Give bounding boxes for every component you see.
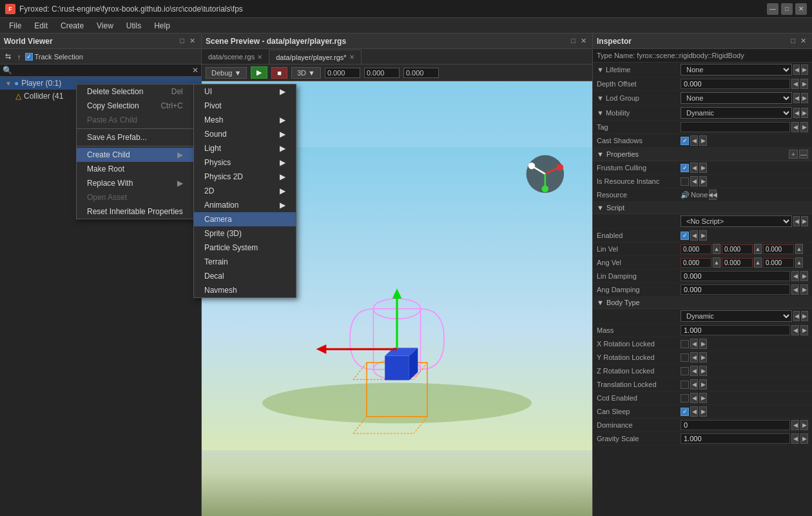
inspector-xrl-arrow2[interactable]: ▶ xyxy=(699,339,707,349)
inspector-zrl-arrow2[interactable]: ▶ xyxy=(699,366,707,376)
inspector-mass-input[interactable] xyxy=(681,325,790,335)
search-clear-icon[interactable]: ✕ xyxy=(192,66,198,75)
inspector-fc-arrow[interactable]: ◀ xyxy=(690,163,698,173)
inspector-dominance-input[interactable] xyxy=(681,420,790,430)
inspector-lifetime-select[interactable]: None xyxy=(681,64,792,75)
submenu-sound[interactable]: Sound ▶ xyxy=(194,127,296,141)
menu-view[interactable]: View xyxy=(90,20,120,32)
inspector-can-sleep-checkbox[interactable]: ✓ xyxy=(681,408,689,416)
inspector-en-arrow2[interactable]: ▶ xyxy=(699,230,707,241)
submenu-camera[interactable]: Camera xyxy=(194,212,296,226)
inspector-ang-vel-x[interactable] xyxy=(681,258,711,268)
submenu-animation[interactable]: Animation ▶ xyxy=(194,198,296,212)
inspector-ad-arrow[interactable]: ◀ xyxy=(791,284,799,295)
menu-create[interactable]: Create xyxy=(54,20,90,32)
inspector-yrl-arrow[interactable]: ◀ xyxy=(690,352,698,362)
maximize-button[interactable]: □ xyxy=(781,3,793,15)
inspector-frustum-checkbox[interactable]: ✓ xyxy=(681,164,689,172)
menu-file[interactable]: File xyxy=(3,20,28,32)
submenu-decal[interactable]: Decal xyxy=(194,269,296,283)
scene-tab-player-close[interactable]: ✕ xyxy=(349,54,354,61)
inspector-tag-down[interactable]: ◀ xyxy=(791,122,799,132)
inspector-depth-offset-input[interactable] xyxy=(681,79,790,89)
inspector-mass-arrow[interactable]: ◀ xyxy=(791,325,799,335)
ctx-copy-selection[interactable]: Copy Selection Ctrl+C xyxy=(77,99,193,113)
stop-button[interactable]: ■ xyxy=(271,67,287,79)
inspector-bt-arrow2[interactable]: ▶ xyxy=(801,311,808,321)
inspector-mass-arrow2[interactable]: ▶ xyxy=(800,325,808,335)
world-viewer-close[interactable]: ✕ xyxy=(188,37,197,45)
inspector-mob-arrow2[interactable]: ▶ xyxy=(801,108,808,118)
menu-help[interactable]: Help xyxy=(148,20,177,32)
submenu-pivot[interactable]: Pivot xyxy=(194,99,296,113)
minimize-button[interactable]: — xyxy=(767,3,778,15)
track-selection-toggle[interactable]: ✓ Track Selection xyxy=(25,53,83,61)
inspector-tag-up[interactable]: ▶ xyxy=(800,122,808,132)
inspector-lifetime-arrow2[interactable]: ▶ xyxy=(801,64,808,75)
inspector-sleep-arrow2[interactable]: ▶ xyxy=(699,406,707,417)
inspector-av-ay[interactable]: ▲ xyxy=(754,257,762,268)
inspector-lin-vel-z[interactable] xyxy=(763,244,794,254)
inspector-close[interactable]: ✕ xyxy=(798,37,808,45)
submenu-physics2d[interactable]: Physics 2D ▶ xyxy=(194,170,296,184)
inspector-tl-arrow[interactable]: ◀ xyxy=(690,379,698,390)
inspector-bt-arrow[interactable]: ◀ xyxy=(793,311,800,321)
inspector-lv-az[interactable]: ▲ xyxy=(795,244,803,254)
submenu-particle-system[interactable]: Particle System xyxy=(194,241,296,255)
inspector-x-rot-locked-checkbox[interactable] xyxy=(681,340,689,348)
inspector-enabled-checkbox[interactable]: ✓ xyxy=(681,232,689,240)
inspector-ri-arrow[interactable]: ◀ xyxy=(690,176,698,186)
inspector-ang-damping-input[interactable] xyxy=(681,284,790,295)
inspector-mobility-select[interactable]: Dynamic xyxy=(681,107,792,119)
inspector-lod-arrow2[interactable]: ▶ xyxy=(801,93,808,103)
scene-preview-popout[interactable]: □ xyxy=(569,37,577,45)
track-selection-checkbox[interactable]: ✓ xyxy=(25,53,33,61)
ctx-delete-selection[interactable]: Delete Selection Del xyxy=(77,84,193,99)
inspector-z-rot-locked-checkbox[interactable] xyxy=(681,367,689,375)
inspector-lv-ay[interactable]: ▲ xyxy=(754,244,762,254)
inspector-lv-ax[interactable]: ▲ xyxy=(713,244,720,254)
inspector-script-select[interactable]: <No Script> xyxy=(681,215,792,227)
inspector-ccd-arrow2[interactable]: ▶ xyxy=(699,393,707,403)
debug-dropdown[interactable]: Debug ▼ xyxy=(206,67,247,79)
coord-x[interactable] xyxy=(325,68,360,78)
inspector-gs-arrow2[interactable]: ▶ xyxy=(800,433,808,444)
play-button[interactable]: ▶ xyxy=(251,66,267,79)
inspector-res-arrow[interactable]: ◀◀ xyxy=(709,190,717,200)
submenu-ui[interactable]: UI ▶ xyxy=(194,84,296,99)
inspector-gs-arrow[interactable]: ◀ xyxy=(791,433,799,444)
coord-y[interactable] xyxy=(364,68,400,78)
inspector-ad-arrow2[interactable]: ▶ xyxy=(800,284,808,295)
inspector-xrl-arrow[interactable]: ◀ xyxy=(690,339,698,349)
inspector-ri-arrow2[interactable]: ▶ xyxy=(699,176,707,186)
world-viewer-sync-btn[interactable]: ⇆ xyxy=(3,51,14,62)
inspector-av-ax[interactable]: ▲ xyxy=(713,257,720,268)
inspector-trans-locked-checkbox[interactable] xyxy=(681,381,689,389)
inspector-dom-arrow[interactable]: ◀ xyxy=(791,420,799,430)
inspector-lin-vel-y[interactable] xyxy=(722,244,753,254)
inspector-sleep-arrow[interactable]: ◀ xyxy=(690,406,698,417)
mode-3d-btn[interactable]: 3D ▼ xyxy=(291,67,321,79)
inspector-dom-arrow2[interactable]: ▶ xyxy=(800,420,808,430)
world-viewer-popout[interactable]: □ xyxy=(178,37,186,45)
submenu-terrain[interactable]: Terrain xyxy=(194,255,296,269)
inspector-cs-arrow2[interactable]: ▶ xyxy=(699,135,707,146)
inspector-popout[interactable]: □ xyxy=(789,37,797,45)
ctx-save-as-prefab[interactable]: Save As Prefab... xyxy=(77,130,193,144)
inspector-lin-vel-x[interactable] xyxy=(681,244,711,254)
inspector-mob-arrow[interactable]: ◀ xyxy=(793,108,800,118)
inspector-lod-arrow[interactable]: ◀ xyxy=(793,93,800,103)
inspector-tl-arrow2[interactable]: ▶ xyxy=(699,379,707,390)
inspector-lifetime-arrow[interactable]: ◀ xyxy=(793,64,800,75)
inspector-tag-input[interactable] xyxy=(681,122,790,132)
submenu-2d[interactable]: 2D ▶ xyxy=(194,184,296,198)
inspector-yrl-arrow2[interactable]: ▶ xyxy=(699,352,707,362)
close-button[interactable]: ✕ xyxy=(795,3,807,15)
world-viewer-search-input[interactable] xyxy=(15,66,189,74)
scene-tab-scene-close[interactable]: ✕ xyxy=(257,54,262,61)
inspector-fc-arrow2[interactable]: ▶ xyxy=(699,163,707,173)
inspector-script-arrow-btn[interactable]: ◀ xyxy=(793,216,800,226)
ctx-reset-properties[interactable]: Reset Inheritable Properties xyxy=(77,204,193,219)
menu-edit[interactable]: Edit xyxy=(28,20,54,32)
inspector-ang-vel-z[interactable] xyxy=(763,258,794,268)
